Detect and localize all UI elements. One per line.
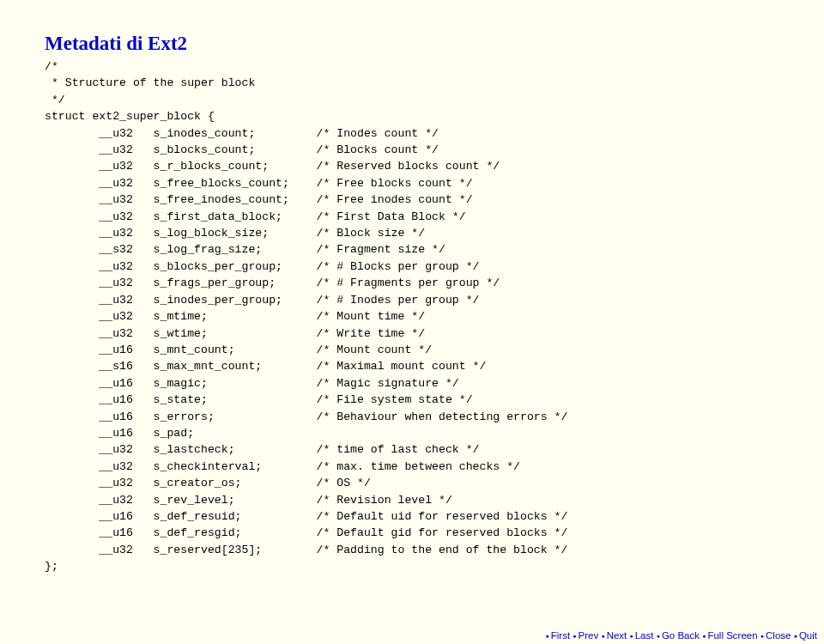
code-block: /* * Structure of the super block */ str… (45, 58, 779, 575)
footer-nav: ●First ●Prev ●Next ●Last ●Go Back ●Full … (546, 630, 818, 641)
nav-bullet: ● (657, 633, 660, 639)
nav-bullet: ● (794, 633, 797, 639)
page-title: Metadati di Ext2 (45, 33, 779, 55)
nav-bullet: ● (702, 633, 706, 639)
nav-bullet: ● (546, 633, 549, 639)
nav-bullet: ● (760, 633, 764, 639)
nav-link-full-screen[interactable]: Full Screen (707, 630, 757, 641)
nav-link-next[interactable]: Next (607, 630, 627, 641)
nav-link-quit[interactable]: Quit (799, 630, 817, 641)
nav-link-last[interactable]: Last (635, 630, 654, 641)
nav-link-prev[interactable]: Prev (579, 630, 599, 641)
nav-bullet: ● (573, 633, 576, 639)
nav-bullet: ● (629, 633, 633, 639)
nav-link-first[interactable]: First (551, 630, 570, 641)
nav-link-close[interactable]: Close (766, 630, 791, 641)
nav-link-go-back[interactable]: Go Back (662, 630, 700, 641)
nav-bullet: ● (601, 633, 604, 639)
